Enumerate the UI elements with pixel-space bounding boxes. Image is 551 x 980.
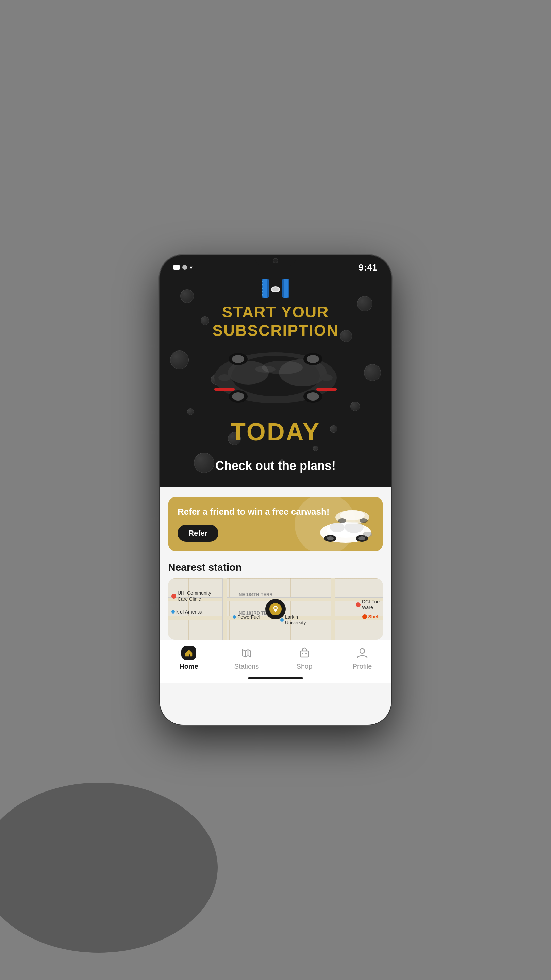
refer-car-svg xyxy=(308,500,376,551)
svg-point-10 xyxy=(272,287,279,291)
hero-line2: SUBSCRIPTION xyxy=(160,321,391,340)
poi-label-bofa: k of America xyxy=(176,609,202,615)
svg-rect-1 xyxy=(263,279,267,298)
svg-point-28 xyxy=(255,366,275,372)
svg-point-15 xyxy=(218,374,230,381)
poi-dot-shell xyxy=(362,614,367,619)
poi-dci: DCI FueWare xyxy=(356,599,380,611)
background-blob xyxy=(0,783,218,953)
poi-dot-dci xyxy=(356,602,360,607)
poi-uhi: UHI CommunityCare Clinic xyxy=(171,590,211,602)
hero-section[interactable]: ▾ 9:41 xyxy=(160,255,391,487)
poi-label-pf: PowerFuel xyxy=(237,614,260,620)
svg-point-34 xyxy=(327,536,333,540)
nav-profile[interactable]: Profile xyxy=(333,646,391,670)
profile-icon-wrapper xyxy=(355,646,370,660)
shop-icon xyxy=(298,646,311,660)
phone-screen: ▾ 9:41 xyxy=(160,255,391,725)
poi-dot-red xyxy=(171,594,176,598)
map-container[interactable]: NE 184TH TERR NE 183RD TERR UHI Communit… xyxy=(168,579,383,640)
signal-icon xyxy=(173,265,179,270)
svg-rect-17 xyxy=(214,388,235,391)
svg-rect-45 xyxy=(300,651,308,657)
refer-car-image xyxy=(308,500,376,551)
nearest-station-title: Nearest station xyxy=(168,562,383,573)
notch xyxy=(255,255,296,266)
map-road-v2 xyxy=(330,579,335,640)
nav-shop-label: Shop xyxy=(297,662,313,670)
refer-card[interactable]: Refer a friend to win a free carwash! Re… xyxy=(168,497,383,551)
clock: 9:41 xyxy=(359,262,378,273)
app-logo xyxy=(262,279,289,299)
svg-point-22 xyxy=(307,392,319,401)
pin-icon xyxy=(272,605,279,613)
svg-point-40 xyxy=(359,518,368,523)
poi-label-shell: Shell xyxy=(368,614,380,620)
home-indicator xyxy=(160,673,391,683)
svg-rect-18 xyxy=(316,388,337,391)
svg-point-24 xyxy=(232,355,244,363)
poi-shell: Shell xyxy=(362,614,380,620)
poi-label-larkin: LarkinUniversity xyxy=(285,614,306,626)
hero-title: START YOUR SUBSCRIPTION xyxy=(160,303,391,340)
camera xyxy=(273,258,278,263)
hero-car-image xyxy=(204,344,347,412)
car-svg xyxy=(204,344,347,412)
content-area: Refer a friend to win a free carwash! Re… xyxy=(160,487,391,725)
nav-home-label: Home xyxy=(179,662,198,670)
svg-point-36 xyxy=(359,536,365,540)
svg-point-41 xyxy=(363,531,372,537)
hero-cta[interactable]: Check out the plans! xyxy=(160,459,391,473)
poi-dot-larkin xyxy=(280,618,284,622)
network-icon xyxy=(182,265,187,270)
svg-point-16 xyxy=(321,374,333,381)
profile-icon xyxy=(356,646,369,660)
svg-point-42 xyxy=(275,607,276,609)
data-icon: ▾ xyxy=(190,264,192,271)
map-icon-wrapper xyxy=(239,646,254,660)
bottom-nav: Home Stations xyxy=(160,640,391,673)
refer-button[interactable]: Refer xyxy=(178,525,218,542)
poi-powerfuel: PowerFuel xyxy=(233,614,260,620)
svg-rect-8 xyxy=(284,279,288,298)
poi-dot-pf xyxy=(233,615,236,619)
nav-stations[interactable]: Stations xyxy=(218,646,275,670)
nav-profile-label: Profile xyxy=(353,662,372,670)
map-pin-inner xyxy=(269,603,282,615)
poi-label-uhi: UHI CommunityCare Clinic xyxy=(178,590,211,602)
svg-point-47 xyxy=(305,653,307,654)
poi-larkin: LarkinUniversity xyxy=(280,614,306,626)
svg-point-26 xyxy=(307,355,319,363)
map-icon xyxy=(240,646,253,660)
poi-bofa: k of America xyxy=(171,609,202,615)
status-left: ▾ xyxy=(173,264,192,271)
home-icon-wrapper xyxy=(181,646,196,660)
poi-dot-bofa xyxy=(171,610,175,614)
poi-label-dci: DCI FueWare xyxy=(362,599,380,611)
map-road-v1 xyxy=(222,579,227,640)
map-main-pin xyxy=(265,599,286,619)
svg-point-32 xyxy=(330,523,345,532)
shop-icon-wrapper xyxy=(297,646,312,660)
phone-device: ▾ 9:41 xyxy=(160,255,391,725)
home-icon xyxy=(184,648,194,658)
home-bar xyxy=(248,677,303,679)
today-text: TODAY xyxy=(160,418,391,446)
nav-shop[interactable]: Shop xyxy=(275,646,333,670)
svg-point-39 xyxy=(338,518,346,523)
road-label-1: NE 184TH TERR xyxy=(236,591,275,598)
svg-point-20 xyxy=(232,392,244,401)
nav-home[interactable]: Home xyxy=(160,646,218,670)
svg-point-48 xyxy=(360,649,365,653)
nav-stations-label: Stations xyxy=(234,662,259,670)
svg-point-46 xyxy=(302,653,303,654)
logo-svg xyxy=(262,279,289,299)
hero-line1: START YOUR xyxy=(160,303,391,321)
